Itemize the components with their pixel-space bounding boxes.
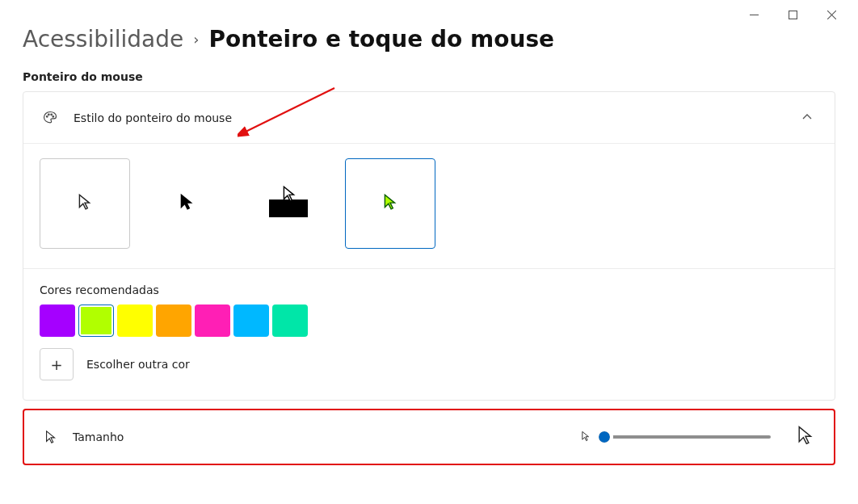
pointer-style-expander[interactable]: Estilo do ponteiro do mouse: [23, 92, 835, 144]
breadcrumb-current: Ponteiro e toque do mouse: [208, 26, 554, 52]
pointer-style-title: Estilo do ponteiro do mouse: [74, 111, 802, 124]
breadcrumb-parent[interactable]: Acessibilidade: [23, 26, 183, 52]
cursor-color-icon: [381, 193, 399, 214]
close-button[interactable]: [819, 6, 843, 23]
color-swatch[interactable]: [117, 304, 153, 337]
cursor-outline-icon: [42, 428, 60, 446]
breadcrumb: Acessibilidade › Ponteiro e toque do mou…: [23, 26, 835, 52]
color-swatch[interactable]: [40, 304, 75, 337]
pointer-style-option-white[interactable]: [40, 158, 130, 249]
color-swatch[interactable]: [195, 304, 230, 337]
colors-title: Cores recomendadas: [40, 284, 818, 296]
minimize-button[interactable]: [742, 6, 766, 23]
pointer-style-card: Estilo do ponteiro do mouse Cores recome…: [23, 91, 835, 401]
svg-point-6: [51, 114, 53, 116]
pointer-style-body: [23, 144, 835, 269]
pointer-style-option-black[interactable]: [141, 158, 232, 249]
maximize-button[interactable]: [780, 6, 805, 23]
color-swatch[interactable]: [156, 304, 191, 337]
svg-point-4: [46, 116, 48, 117]
colors-section: Cores recomendadas + Escolher outra cor: [23, 269, 835, 400]
size-slider[interactable]: [601, 435, 789, 439]
svg-point-7: [53, 116, 54, 117]
cursor-large-icon: [795, 425, 816, 449]
svg-point-5: [48, 114, 50, 116]
choose-color-button[interactable]: +: [40, 348, 74, 380]
pointer-size-card: Tamanho: [23, 409, 835, 465]
window-controls: [727, 0, 858, 29]
palette-icon: [41, 109, 59, 127]
chevron-right-icon: ›: [193, 31, 199, 48]
size-label: Tamanho: [73, 430, 124, 443]
svg-rect-1: [789, 10, 797, 19]
color-swatch[interactable]: [233, 304, 269, 337]
pointer-style-option-inverted[interactable]: [243, 158, 334, 249]
chevron-up-icon: [802, 111, 817, 124]
color-swatch[interactable]: [272, 304, 308, 337]
plus-icon: +: [50, 356, 62, 373]
cursor-small-icon: [580, 430, 591, 445]
cursor-white-icon: [76, 193, 94, 214]
choose-color-label: Escolher outra cor: [86, 358, 190, 371]
color-swatch[interactable]: [78, 304, 114, 337]
section-label: Ponteiro do mouse: [23, 70, 835, 83]
pointer-style-option-color[interactable]: [345, 158, 435, 249]
cursor-inverted-icon: [269, 190, 308, 217]
cursor-black-icon: [178, 193, 196, 214]
